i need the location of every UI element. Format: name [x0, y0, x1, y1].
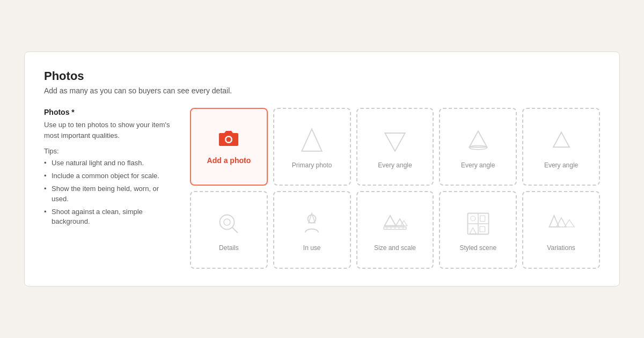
add-label: Add a photo	[207, 156, 251, 165]
scale-cell[interactable]: Size and scale	[356, 191, 434, 269]
every-angle-cell-1[interactable]: Every angle	[356, 108, 434, 186]
tip-item: Include a common object for scale.	[44, 171, 173, 181]
page-subtitle: Add as many as you can so buyers can see…	[44, 86, 600, 95]
details-label: Details	[219, 244, 239, 252]
tip-item: Show the item being held, worn, or used.	[44, 184, 173, 204]
every-angle-icon-1	[379, 125, 411, 157]
scale-icon	[379, 208, 411, 240]
tip-item: Use natural light and no flash.	[44, 158, 173, 168]
svg-marker-4	[469, 131, 487, 147]
every-angle-label-1: Every angle	[378, 161, 412, 169]
every-angle-cell-2[interactable]: Every angle	[439, 108, 517, 186]
left-panel: Photos * Use up to ten photos to show yo…	[44, 108, 173, 269]
styled-cell[interactable]: Styled scene	[439, 191, 517, 269]
every-angle-label-2: Every angle	[461, 161, 495, 169]
variations-label: Variations	[547, 244, 575, 252]
photos-card: Photos Add as many as you can so buyers …	[24, 52, 620, 286]
styled-label: Styled scene	[459, 244, 496, 252]
camera-icon	[218, 129, 239, 153]
tips-label: Tips:	[44, 147, 173, 155]
svg-point-1	[226, 137, 231, 142]
svg-marker-12	[384, 216, 396, 226]
primary-photo-cell[interactable]: Primary photo	[273, 108, 351, 186]
svg-marker-26	[470, 228, 476, 234]
every-angle-icon-3	[545, 125, 577, 157]
svg-marker-6	[553, 132, 569, 147]
every-angle-cell-3[interactable]: Every angle	[522, 108, 600, 186]
add-photo-cell[interactable]: Add a photo	[190, 108, 268, 186]
svg-point-24	[471, 216, 475, 221]
svg-rect-25	[480, 216, 485, 222]
svg-point-8	[224, 219, 230, 225]
section-desc: Use up to ten photos to show your item's…	[44, 120, 173, 141]
styled-icon	[462, 208, 494, 240]
primary-photo-label: Primary photo	[292, 161, 332, 169]
svg-rect-27	[480, 227, 485, 232]
variations-icon	[545, 208, 577, 240]
every-angle-label-3: Every angle	[544, 161, 578, 169]
section-label: Photos *	[44, 108, 173, 116]
details-icon	[213, 208, 245, 240]
svg-marker-2	[302, 129, 322, 151]
primary-photo-icon	[296, 125, 328, 157]
inuse-label: In use	[303, 244, 321, 252]
photo-grid: Add a photo Primary photo Every angle	[190, 108, 600, 269]
inuse-icon	[296, 208, 328, 240]
page-title: Photos	[44, 69, 600, 83]
variations-cell[interactable]: Variations	[522, 191, 600, 269]
tip-item: Shoot against a clean, simple background…	[44, 207, 173, 227]
every-angle-icon-2	[462, 125, 494, 157]
scale-label: Size and scale	[374, 244, 416, 252]
tips-list: Use natural light and no flash.Include a…	[44, 158, 173, 227]
details-cell[interactable]: Details	[190, 191, 268, 269]
svg-marker-3	[385, 133, 405, 151]
content-row: Photos * Use up to ten photos to show yo…	[44, 108, 600, 269]
svg-line-9	[232, 227, 238, 233]
inuse-cell[interactable]: In use	[273, 191, 351, 269]
